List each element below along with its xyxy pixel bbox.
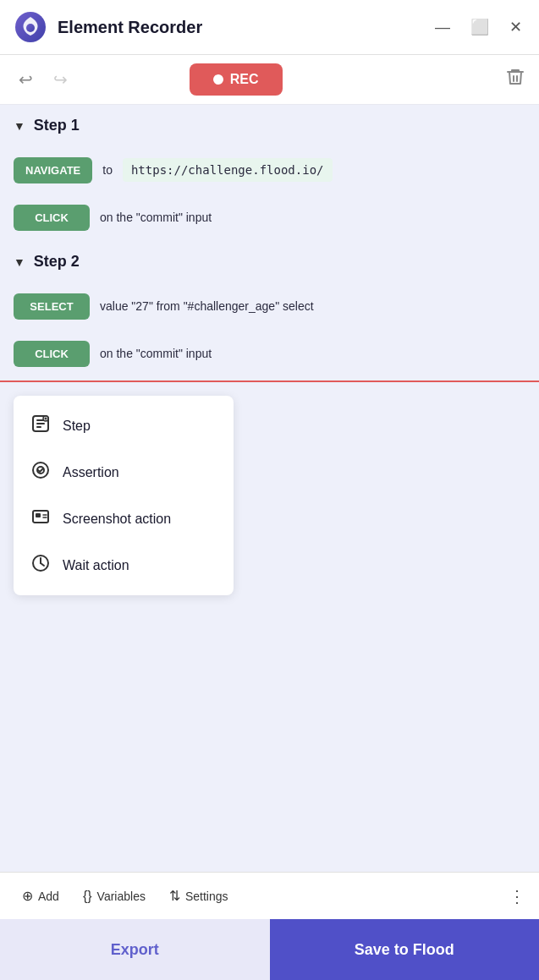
main-content: ▼ Step 1 NAVIGATE to https://challenge.f… [0,105,539,872]
save-to-flood-button[interactable]: Save to Flood [270,919,540,980]
step1-navigate-row: NAVIGATE to https://challenge.flood.io/ [0,146,539,194]
close-button[interactable]: ✕ [506,16,525,38]
step2-title: Step 2 [34,253,80,271]
menu-step-label: Step [63,419,91,434]
redo-button[interactable]: ↪ [48,66,73,93]
step2-header[interactable]: ▼ Step 2 [0,241,539,282]
more-button[interactable]: ⋮ [509,886,525,906]
menu-item-step[interactable]: Step [14,402,234,449]
svg-line-19 [41,563,44,566]
navigate-url: https://challenge.flood.io/ [123,158,333,182]
wait-icon [30,554,51,577]
variables-button[interactable]: {} Variables [74,884,154,909]
add-button[interactable]: ⊕ Add [14,883,68,909]
menu-screenshot-label: Screenshot action [63,512,171,527]
step2-click-text: on the "commit" input [100,347,212,360]
step2-click-badge: CLICK [14,341,90,367]
settings-button[interactable]: ⇅ Settings [161,883,237,909]
screenshot-icon [30,507,51,530]
trash-icon [505,67,525,87]
step2-click-row: CLICK on the "commit" input [0,330,539,377]
export-button[interactable]: Export [0,919,270,980]
svg-rect-14 [36,513,41,517]
rec-dot-icon [213,74,223,85]
add-icon: ⊕ [22,888,33,904]
step1-chevron-icon[interactable]: ▼ [14,119,25,133]
undo-button[interactable]: ↩ [14,66,38,93]
settings-icon: ⇅ [169,888,180,904]
maximize-button[interactable]: ⬜ [467,16,492,38]
assertion-icon [30,461,51,484]
step2-select-row: SELECT value "27" from "#challenger_age"… [0,282,539,330]
navigate-badge: NAVIGATE [14,157,92,183]
dropdown-menu: Step Assertion Screenshot [14,396,234,595]
toolbar: ↩ ↪ REC [0,55,539,105]
red-separator [0,381,539,382]
step-icon [30,414,51,437]
select-badge: SELECT [14,293,90,320]
menu-item-screenshot[interactable]: Screenshot action [14,495,234,542]
menu-item-wait[interactable]: Wait action [14,542,234,589]
app-title: Element Recorder [58,18,421,37]
step1-click-badge: CLICK [14,205,90,231]
step1-title: Step 1 [34,117,80,134]
variables-icon: {} [83,889,92,904]
minimize-button[interactable]: — [432,17,454,38]
window-controls: — ⬜ ✕ [432,16,525,38]
step2-chevron-icon[interactable]: ▼ [14,255,25,269]
svg-point-1 [26,24,35,32]
title-bar: Element Recorder — ⬜ ✕ [0,0,539,55]
footer-actions: Export Save to Flood [0,919,539,980]
step1-click-row: CLICK on the "commit" input [0,194,539,241]
rec-button[interactable]: REC [190,63,283,96]
step1-click-text: on the "commit" input [100,211,212,224]
menu-assertion-label: Assertion [63,465,119,480]
bottom-bar: ⊕ Add {} Variables ⇅ Settings ⋮ [0,872,539,919]
app-logo [14,10,47,44]
add-label: Add [38,890,59,903]
variables-label: Variables [97,890,146,903]
menu-item-assertion[interactable]: Assertion [14,449,234,495]
trash-button[interactable] [505,67,525,92]
settings-label: Settings [185,890,228,903]
step1-header[interactable]: ▼ Step 1 [0,105,539,146]
navigate-pretext: to [102,163,113,177]
menu-wait-label: Wait action [63,558,129,573]
select-text: value "27" from "#challenger_age" select [100,299,314,313]
rec-label: REC [230,72,259,87]
